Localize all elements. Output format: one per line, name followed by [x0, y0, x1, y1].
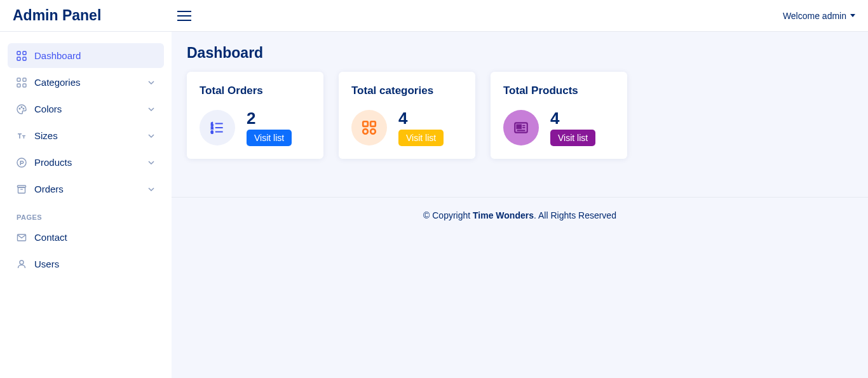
stat-value: 4: [398, 109, 407, 128]
svg-rect-3: [23, 57, 26, 60]
sidebar-item-orders[interactable]: Orders: [8, 177, 164, 201]
footer: © Copyright Time Wonders. All Rights Res…: [172, 197, 868, 233]
sidebar-item-label: Products: [34, 157, 72, 168]
chevron-down-icon: [147, 105, 155, 113]
welcome-dropdown[interactable]: Welcome admin: [783, 11, 855, 21]
visit-list-button[interactable]: Visit list: [398, 130, 444, 146]
svg-point-11: [17, 158, 26, 167]
copyright-suffix: . All Rights Reserved: [534, 210, 616, 220]
copyright-brand: Time Wonders: [473, 210, 534, 220]
text-size-icon: [17, 131, 27, 141]
sidebar-item-label: Categories: [34, 77, 81, 88]
svg-text:3: 3: [211, 130, 213, 133]
stat-value: 4: [550, 109, 559, 128]
sidebar-item-label: Orders: [34, 184, 64, 194]
sidebar-item-label: Users: [34, 259, 59, 269]
news-icon: [503, 110, 539, 145]
sidebar-item-colors[interactable]: Colors: [8, 97, 164, 121]
svg-point-16: [20, 260, 24, 264]
svg-point-8: [19, 108, 20, 109]
svg-point-23: [370, 129, 376, 134]
stats-cards: Total Orders 123 2 Visit list Total cate…: [187, 72, 853, 159]
card-total-categories: Total categories 4 Visit list: [339, 72, 475, 159]
page-title: Dashboard: [187, 44, 853, 62]
sidebar-item-users[interactable]: Users: [8, 252, 164, 276]
sidebar: Dashboard Categories Colors Sizes Produc…: [0, 32, 172, 378]
grid-icon: [17, 78, 27, 88]
svg-rect-1: [23, 51, 26, 55]
sidebar-item-products[interactable]: Products: [8, 150, 164, 175]
sidebar-item-dashboard[interactable]: Dashboard: [8, 43, 164, 68]
visit-list-button[interactable]: Visit list: [550, 130, 595, 146]
visit-list-button[interactable]: Visit list: [247, 130, 292, 146]
grid-icon: [17, 51, 27, 61]
caret-down-icon: [850, 14, 855, 17]
svg-point-22: [363, 129, 368, 134]
brand-logo[interactable]: Admin Panel: [13, 7, 101, 24]
sidebar-section-label: PAGES: [8, 203, 164, 225]
svg-rect-13: [18, 187, 25, 193]
menu-toggle-icon[interactable]: [177, 11, 191, 21]
svg-rect-5: [23, 78, 26, 81]
svg-point-9: [21, 106, 22, 107]
envelope-icon: [17, 233, 27, 243]
svg-rect-14: [20, 189, 23, 189]
card-total-orders: Total Orders 123 2 Visit list: [187, 72, 323, 159]
svg-text:1: 1: [211, 121, 213, 125]
main-content: Dashboard Total Orders 123 2 Visit list …: [172, 32, 868, 378]
sidebar-item-categories[interactable]: Categories: [8, 70, 164, 95]
list-icon: 123: [200, 110, 235, 145]
svg-rect-6: [17, 84, 20, 87]
svg-rect-20: [363, 121, 368, 126]
sidebar-item-label: Sizes: [34, 130, 58, 141]
welcome-label: Welcome admin: [783, 11, 846, 21]
card-title: Total Orders: [200, 84, 311, 97]
svg-point-10: [23, 108, 24, 109]
tag-icon: [17, 158, 27, 168]
grid-icon: [351, 110, 387, 145]
copyright-prefix: © Copyright: [423, 210, 473, 220]
archive-icon: [17, 184, 27, 194]
sidebar-item-label: Colors: [34, 104, 62, 114]
chevron-down-icon: [147, 186, 155, 193]
svg-rect-25: [517, 125, 522, 128]
svg-text:2: 2: [211, 126, 213, 130]
chevron-down-icon: [147, 159, 155, 166]
chevron-down-icon: [147, 132, 155, 140]
svg-rect-0: [17, 51, 20, 55]
svg-rect-4: [17, 78, 20, 81]
sidebar-item-contact[interactable]: Contact: [8, 225, 164, 250]
svg-rect-7: [23, 84, 26, 87]
stat-value: 2: [247, 109, 255, 128]
card-title: Total Products: [503, 84, 614, 97]
person-icon: [17, 259, 27, 269]
svg-rect-21: [370, 121, 376, 126]
header: Admin Panel Welcome admin: [0, 0, 868, 32]
sidebar-item-label: Dashboard: [34, 50, 81, 61]
sidebar-item-label: Contact: [34, 232, 67, 243]
card-title: Total categories: [351, 84, 463, 97]
card-total-products: Total Products 4 Visit list: [491, 72, 627, 159]
palette-icon: [17, 104, 27, 114]
sidebar-item-sizes[interactable]: Sizes: [8, 123, 164, 148]
chevron-down-icon: [147, 79, 155, 86]
svg-rect-2: [17, 57, 20, 60]
